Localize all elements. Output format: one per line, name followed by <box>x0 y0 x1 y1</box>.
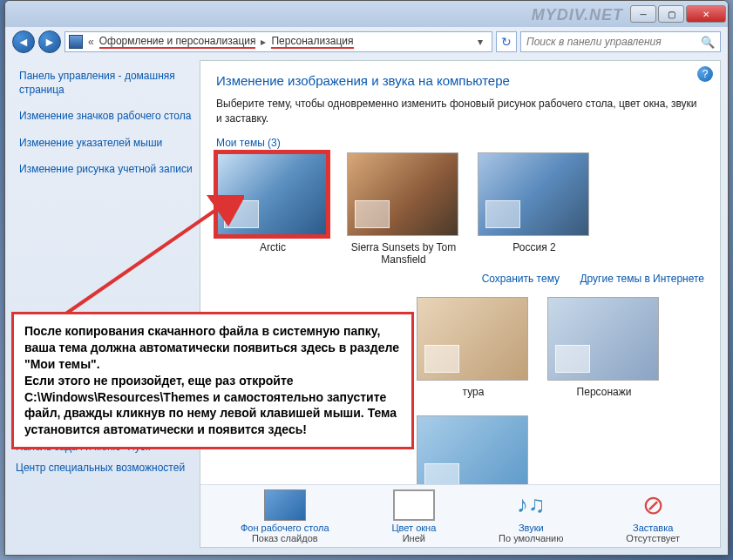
search-input[interactable] <box>526 36 696 48</box>
breadcrumb-dropdown[interactable]: ▾ <box>472 36 488 48</box>
aero-themes-row: тура Персонажи Пейзажи <box>417 297 704 516</box>
navbar: ◄ ► « Оформление и персонализация ▸ Перс… <box>5 27 728 57</box>
desktop-icon <box>264 489 306 521</box>
screensaver-icon: ⊘ <box>632 489 674 521</box>
sublabel: По умолчанию <box>499 533 563 543</box>
theme-item[interactable]: Персонажи <box>547 297 661 398</box>
theme-thumbnail[interactable] <box>347 152 458 236</box>
label: Фон рабочего стола <box>241 523 329 533</box>
theme-label: Персонажи <box>547 386 661 398</box>
page-title: Изменение изображения и звука на компьют… <box>216 73 704 88</box>
sounds-button[interactable]: ♪♫ Звуки По умолчанию <box>499 489 563 543</box>
sound-icon: ♪♫ <box>510 489 552 521</box>
nav-back-button[interactable]: ◄ <box>12 30 35 53</box>
titlebar: MYDIV.NET ─ ▢ ✕ <box>5 1 728 27</box>
control-panel-icon <box>69 35 83 49</box>
my-themes-row: Arctic Sierra Sunsets by Tom Mansfield Р… <box>216 152 704 266</box>
color-icon <box>393 489 435 521</box>
theme-label: Россия 2 <box>478 241 591 253</box>
nav-forward-button[interactable]: ► <box>38 30 61 53</box>
theme-item[interactable]: Россия 2 <box>478 152 591 266</box>
chevron-right-icon: ▸ <box>261 36 266 48</box>
chevron-icon: « <box>88 36 94 48</box>
theme-thumbnail[interactable] <box>478 152 589 236</box>
close-button[interactable]: ✕ <box>686 5 726 23</box>
annotation-box: После копирования скачанного файла в сис… <box>11 312 414 449</box>
save-theme-link[interactable]: Сохранить тему <box>482 273 560 285</box>
label: Цвет окна <box>391 523 436 533</box>
theme-thumbnail[interactable] <box>547 297 659 381</box>
desktop-bg-button[interactable]: Фон рабочего стола Показ слайдов <box>241 489 329 543</box>
theme-thumbnail[interactable] <box>417 297 528 381</box>
bottom-toolbar: Фон рабочего стола Показ слайдов Цвет ок… <box>200 484 720 547</box>
sidebar-link-account-pic[interactable]: Изменение рисунка учетной записи <box>19 162 193 176</box>
svg-line-0 <box>61 206 222 317</box>
label: Звуки <box>499 523 563 533</box>
sidebar-link-icons[interactable]: Изменение значков рабочего стола <box>19 109 193 123</box>
breadcrumb-item-1[interactable]: Оформление и персонализация <box>99 35 256 49</box>
sidebar-link-pointers[interactable]: Изменение указателей мыши <box>19 136 193 150</box>
refresh-button[interactable]: ↻ <box>496 31 517 52</box>
minimize-button[interactable]: ─ <box>630 5 656 23</box>
theme-item[interactable]: тура <box>417 297 530 398</box>
search-box[interactable]: 🔍 <box>520 31 721 52</box>
sidebar-link-home[interactable]: Панель управления - домашняя страница <box>19 69 193 97</box>
section-my-themes: Мои темы (3) <box>216 137 704 149</box>
online-themes-link[interactable]: Другие темы в Интернете <box>580 273 704 285</box>
screensaver-button[interactable]: ⊘ Заставка Отсутствует <box>626 489 680 543</box>
page-description: Выберите тему, чтобы одновременно измени… <box>216 97 704 126</box>
sublabel: Иней <box>391 533 436 543</box>
sublabel: Показ слайдов <box>241 533 329 543</box>
sublabel: Отсутствует <box>626 533 680 543</box>
theme-actions: Сохранить тему Другие темы в Интернете <box>216 273 704 285</box>
theme-label: Sierra Sunsets by Tom Mansfield <box>347 241 460 266</box>
watermark: MYDIV.NET <box>532 6 623 24</box>
breadcrumb-item-2[interactable]: Персонализация <box>271 35 353 49</box>
search-icon: 🔍 <box>701 36 715 49</box>
maximize-button[interactable]: ▢ <box>658 5 684 23</box>
theme-label: тура <box>417 386 530 398</box>
sidebar-link-ease[interactable]: Центр специальных возможностей <box>16 461 185 475</box>
theme-item[interactable]: Sierra Sunsets by Tom Mansfield <box>347 152 460 266</box>
main-panel: ? Изменение изображения и звука на компь… <box>200 60 721 548</box>
help-icon[interactable]: ? <box>697 66 713 82</box>
breadcrumb[interactable]: « Оформление и персонализация ▸ Персонал… <box>64 31 492 52</box>
annotation-arrow <box>52 195 244 326</box>
label: Заставка <box>626 523 680 533</box>
window-color-button[interactable]: Цвет окна Иней <box>391 489 436 543</box>
